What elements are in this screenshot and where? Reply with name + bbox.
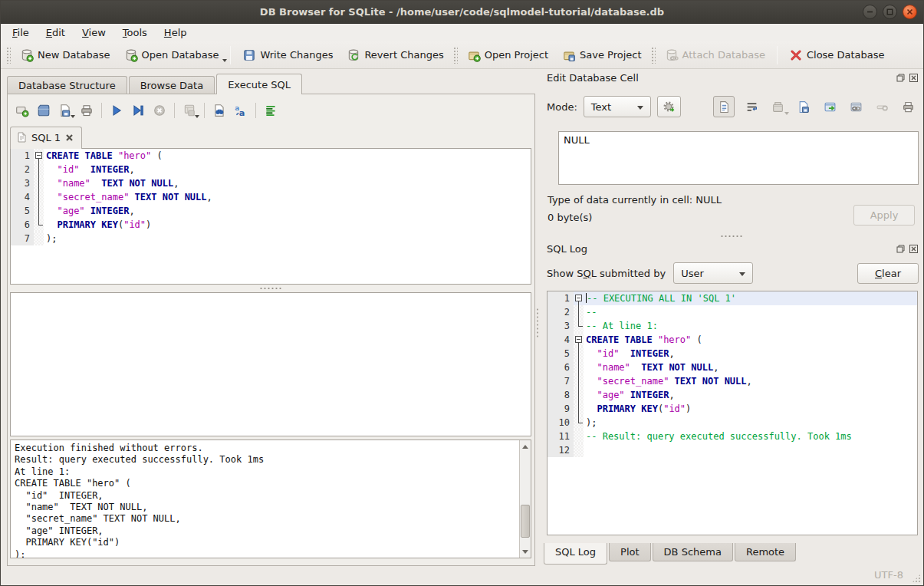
tab-database-structure[interactable]: Database Structure bbox=[7, 76, 127, 94]
sql-log-filter-row: Show SQL submitted by User Clear bbox=[547, 262, 919, 285]
open-database-button[interactable]: Open Database bbox=[117, 45, 226, 65]
title-bar[interactable]: DB Browser for SQLite - /home/user/code/… bbox=[1, 1, 923, 24]
sql-log-view[interactable]: 1-- EXECUTING ALL IN 'SQL 1'2--3-- At li… bbox=[547, 291, 918, 535]
results-table-pane[interactable] bbox=[10, 292, 531, 436]
minimize-button[interactable] bbox=[863, 5, 877, 19]
apply-button[interactable]: Apply bbox=[853, 205, 915, 226]
menu-help[interactable]: Help bbox=[156, 25, 196, 40]
open-sql-file-button[interactable] bbox=[34, 100, 54, 120]
import-file-button[interactable] bbox=[768, 97, 787, 116]
revert-changes-icon bbox=[347, 48, 360, 62]
open-database-dropdown-caret[interactable] bbox=[222, 59, 227, 62]
edit-cell-dock-titlebar[interactable]: Edit Database Cell bbox=[541, 70, 922, 85]
cell-type-info: Type of data currently in cell: NULL bbox=[547, 194, 722, 206]
execute-all-button[interactable] bbox=[107, 100, 127, 120]
auto-format-button[interactable] bbox=[657, 96, 681, 117]
menu-file[interactable]: File bbox=[4, 25, 38, 40]
dock-close-icon[interactable] bbox=[909, 244, 919, 254]
format-sql-button[interactable] bbox=[261, 100, 281, 120]
mode-value: Text bbox=[591, 101, 611, 113]
menu-view[interactable]: View bbox=[74, 25, 114, 40]
save-as-button[interactable] bbox=[794, 97, 813, 116]
attach-database-label: Attach Database bbox=[682, 49, 765, 61]
editor-results-splitter[interactable] bbox=[10, 285, 531, 291]
code-line: 8 "age" INTEGER, bbox=[547, 388, 917, 402]
close-button[interactable] bbox=[903, 5, 917, 19]
set-null-button[interactable] bbox=[873, 97, 891, 116]
execution-messages-text: Execution finished without errors. Resul… bbox=[11, 440, 531, 558]
word-wrap-button[interactable] bbox=[742, 97, 761, 116]
auto-completion-button[interactable]: aa bbox=[231, 100, 251, 120]
sql-toolbar-separator bbox=[174, 103, 175, 118]
cell-mode-row: Mode: Text bbox=[547, 96, 681, 117]
cell-size-info: 0 byte(s) bbox=[547, 212, 592, 223]
print-cell-button[interactable] bbox=[899, 97, 917, 116]
toolbar-drag-handle[interactable] bbox=[453, 47, 458, 64]
open-project-button[interactable]: Open Project bbox=[460, 45, 555, 65]
sql-log-dock-titlebar[interactable]: SQL Log bbox=[541, 241, 922, 256]
scrollbar-thumb[interactable] bbox=[521, 505, 530, 538]
toolbar-drag-handle[interactable] bbox=[651, 47, 656, 64]
menu-edit[interactable]: Edit bbox=[38, 25, 74, 40]
find-replace-button[interactable] bbox=[209, 100, 229, 120]
cell-value-editor[interactable] bbox=[558, 131, 919, 185]
chevron-down-icon bbox=[739, 272, 745, 276]
tab-browse-data[interactable]: Browse Data bbox=[129, 76, 215, 94]
save-sql-dropdown-caret[interactable] bbox=[71, 115, 75, 118]
dock-tab-sql-log[interactable]: SQL Log bbox=[544, 543, 607, 565]
save-sql-file-button[interactable] bbox=[55, 100, 75, 120]
open-external-button[interactable] bbox=[820, 97, 839, 116]
scroll-up-icon[interactable] bbox=[520, 441, 531, 452]
clear-button[interactable]: Clear bbox=[857, 263, 919, 284]
submitter-combobox[interactable]: User bbox=[673, 262, 753, 284]
mode-combobox[interactable]: Text bbox=[584, 96, 651, 117]
menu-tools[interactable]: Tools bbox=[114, 25, 156, 40]
sql-toolbar: aa bbox=[12, 99, 281, 122]
chevron-down-icon bbox=[637, 106, 643, 110]
sql-document-tab[interactable]: SQL 1 bbox=[10, 127, 82, 149]
new-sql-tab-button[interactable] bbox=[12, 100, 32, 120]
toolbar-separator bbox=[777, 46, 778, 64]
maximize-button[interactable] bbox=[883, 5, 897, 19]
code-line: 5 "age" INTEGER, bbox=[11, 204, 531, 218]
execute-current-line-button[interactable] bbox=[128, 100, 148, 120]
close-database-icon bbox=[789, 48, 803, 62]
stop-button[interactable] bbox=[150, 100, 169, 120]
splitter-handle-dots bbox=[259, 287, 282, 290]
write-changes-button[interactable]: Write Changes bbox=[235, 45, 340, 65]
splitter-handle-dots bbox=[720, 235, 743, 238]
copy-link-button[interactable] bbox=[847, 97, 865, 116]
revert-changes-button[interactable]: Revert Changes bbox=[340, 45, 450, 65]
dock-tab-plot[interactable]: Plot bbox=[609, 543, 651, 561]
execute-current-line-icon bbox=[131, 104, 145, 117]
code-line: 1-- EXECUTING ALL IN 'SQL 1' bbox=[547, 291, 917, 305]
code-line: 5 "id" INTEGER, bbox=[547, 347, 917, 360]
filter-label: Show SQL submitted by bbox=[547, 268, 666, 279]
save-results-dropdown-caret[interactable] bbox=[195, 115, 199, 118]
code-line: 2-- bbox=[547, 305, 917, 319]
new-database-button[interactable]: New Database bbox=[13, 45, 117, 65]
format-sql-icon bbox=[264, 104, 278, 117]
write-changes-label: Write Changes bbox=[260, 49, 333, 61]
tab-execute-sql[interactable]: Execute SQL bbox=[216, 74, 302, 94]
messages-scrollbar[interactable] bbox=[519, 440, 531, 558]
dock-splitter[interactable] bbox=[541, 233, 922, 239]
scroll-down-icon[interactable] bbox=[520, 546, 531, 557]
sql-editor[interactable]: 1CREATE TABLE "hero" (2 "id" INTEGER,3 "… bbox=[10, 148, 531, 285]
dock-tab-db-schema[interactable]: DB Schema bbox=[653, 543, 733, 561]
print-sql-button[interactable] bbox=[77, 100, 97, 120]
attach-database-button[interactable]: Attach Database bbox=[658, 45, 772, 65]
dock-tab-remote[interactable]: Remote bbox=[735, 543, 796, 561]
dock-float-icon[interactable] bbox=[896, 244, 906, 254]
dock-float-icon[interactable] bbox=[896, 73, 906, 83]
vertical-splitter[interactable] bbox=[536, 308, 540, 338]
close-database-button[interactable]: Close Database bbox=[782, 45, 892, 65]
toolbar-drag-handle[interactable] bbox=[6, 47, 11, 64]
dock-close-icon[interactable] bbox=[909, 73, 919, 83]
save-results-button[interactable] bbox=[179, 100, 199, 120]
text-mode-button[interactable] bbox=[713, 96, 735, 117]
save-project-button[interactable]: Save Project bbox=[555, 45, 649, 65]
close-tab-icon[interactable] bbox=[65, 133, 74, 142]
save-as-icon bbox=[797, 100, 811, 114]
execution-messages-pane[interactable]: Execution finished without errors. Resul… bbox=[10, 440, 531, 558]
